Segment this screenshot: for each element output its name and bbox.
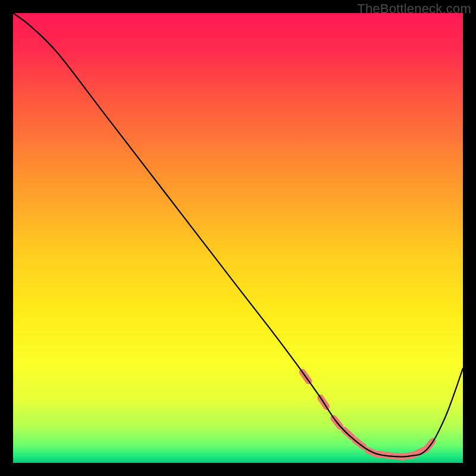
heatmap-background — [13, 13, 463, 463]
plot-area — [13, 13, 463, 463]
watermark-text: TheBottleneck.com — [357, 1, 471, 17]
chart-svg — [13, 13, 463, 463]
chart-frame: TheBottleneck.com — [0, 0, 476, 476]
